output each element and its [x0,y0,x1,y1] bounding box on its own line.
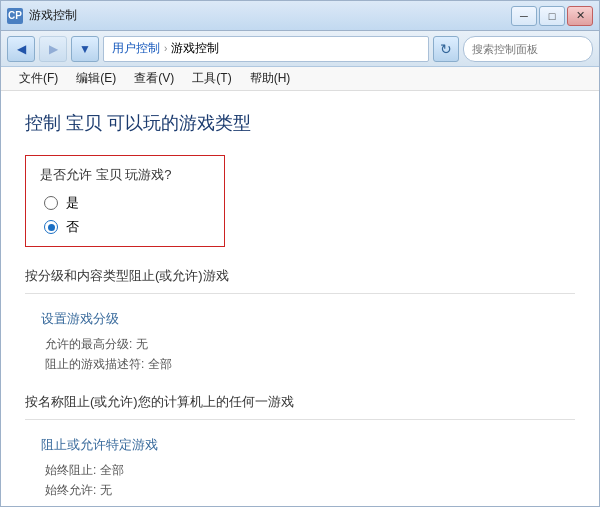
close-button[interactable]: ✕ [567,6,593,26]
title-bar-left: CP 游戏控制 [7,7,511,24]
breadcrumb-item-2: 游戏控制 [171,40,219,57]
window-icon: CP [7,8,23,24]
radio-no-circle[interactable] [44,220,58,234]
title-bar: CP 游戏控制 ─ □ ✕ [1,1,599,31]
menu-file[interactable]: 文件(F) [11,68,66,89]
section1-title: 按分级和内容类型阻止(或允许)游戏 [25,267,575,285]
section1: 按分级和内容类型阻止(或允许)游戏 设置游戏分级 允许的最高分级: 无 阻止的游… [25,267,575,375]
restore-button[interactable]: □ [539,6,565,26]
dropdown-button[interactable]: ▼ [71,36,99,62]
section1-info-line2: 阻止的游戏描述符: 全部 [45,354,575,374]
section2-divider [25,419,575,420]
back-button[interactable]: ◀ [7,36,35,62]
menu-bar: 文件(F) 编辑(E) 查看(V) 工具(T) 帮助(H) [1,67,599,91]
menu-edit[interactable]: 编辑(E) [68,68,124,89]
section2-info: 始终阻止: 全部 始终允许: 无 [45,460,575,501]
section2-title: 按名称阻止(或允许)您的计算机上的任何一游戏 [25,393,575,411]
section1-info: 允许的最高分级: 无 阻止的游戏描述符: 全部 [45,334,575,375]
radio-no-label: 否 [66,218,79,236]
window-title: 游戏控制 [29,7,77,24]
section2-info-line1: 始终阻止: 全部 [45,460,575,480]
breadcrumb: 用户控制 › 游戏控制 [103,36,429,62]
breadcrumb-separator: › [164,43,167,54]
menu-help[interactable]: 帮助(H) [242,68,299,89]
menu-tools[interactable]: 工具(T) [184,68,239,89]
window-controls: ─ □ ✕ [511,6,593,26]
radio-yes-circle[interactable] [44,196,58,210]
question-box: 是否允许 宝贝 玩游戏? 是 否 [25,155,225,247]
question-label: 是否允许 宝贝 玩游戏? [40,166,210,184]
minimize-button[interactable]: ─ [511,6,537,26]
radio-yes-item[interactable]: 是 [44,194,210,212]
radio-no-item[interactable]: 否 [44,218,210,236]
main-content: 控制 宝贝 可以玩的游戏类型 是否允许 宝贝 玩游戏? 是 否 按分级和内容类型… [1,91,599,506]
menu-view[interactable]: 查看(V) [126,68,182,89]
address-bar: ◀ ▶ ▼ 用户控制 › 游戏控制 ↻ 🔍 [1,31,599,67]
section1-sub[interactable]: 设置游戏分级 [41,310,575,328]
search-input[interactable] [472,43,600,55]
section2-sub[interactable]: 阻止或允许特定游戏 [41,436,575,454]
breadcrumb-item-1[interactable]: 用户控制 [112,40,160,57]
refresh-button[interactable]: ↻ [433,36,459,62]
section2-info-line2: 始终允许: 无 [45,480,575,500]
section1-info-line1: 允许的最高分级: 无 [45,334,575,354]
search-area: 🔍 [463,36,593,62]
section1-divider [25,293,575,294]
forward-button[interactable]: ▶ [39,36,67,62]
page-title: 控制 宝贝 可以玩的游戏类型 [25,111,575,135]
radio-yes-label: 是 [66,194,79,212]
section2: 按名称阻止(或允许)您的计算机上的任何一游戏 阻止或允许特定游戏 始终阻止: 全… [25,393,575,501]
radio-group: 是 否 [44,194,210,236]
main-window: CP 游戏控制 ─ □ ✕ ◀ ▶ ▼ 用户控制 › 游戏控制 ↻ 🔍 文件(F… [0,0,600,507]
